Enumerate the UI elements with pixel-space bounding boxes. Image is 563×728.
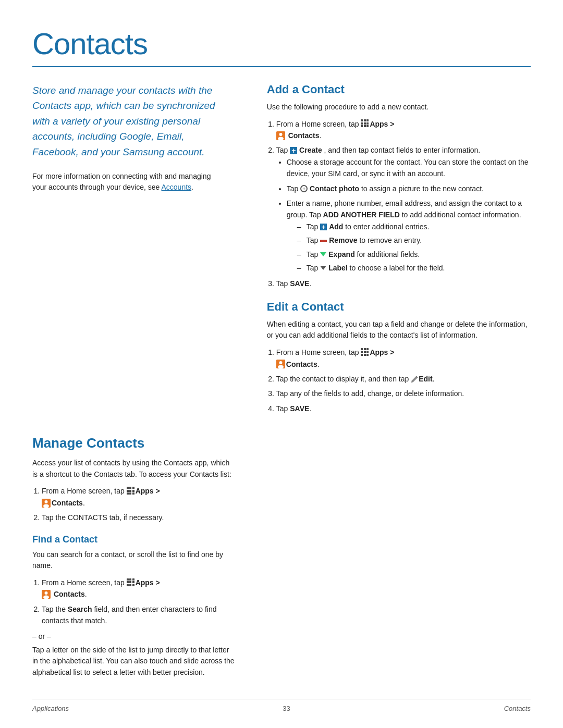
edit-contact-intro: When editing a contact, you can tap a fi… [267,319,531,341]
right-col-top: Add a Contact Use the following procedur… [262,83,531,419]
find-step-1: From a Home screen, tap Apps > [42,577,236,600]
manage-body: Access your list of contacts by using th… [32,458,236,480]
dash-items: Tap + Add to enter additional entries. T… [297,221,531,274]
page-title: Contacts [32,26,531,61]
dash-add: Tap + Add to enter additional entries. [297,221,531,232]
manage-contacts-person-icon [42,499,51,508]
dash-plus-icon: + [320,224,327,230]
dash-label: Tap Label to choose a label for the fiel… [297,262,531,274]
manage-contacts-heading: Manage Contacts [32,435,531,451]
dash-minus-icon [320,240,327,242]
edit-contact-section: Edit a Contact When editing a contact, y… [267,300,531,414]
find-apps-grid-icon [127,578,134,586]
edit-apps-grid-icon [361,348,369,356]
dash-expand: Tap Expand for additional fields. [297,249,531,260]
manage-step-2: Tap the CONTACTS tab, if necessary. [42,512,236,523]
or-line: – or – [32,632,236,640]
edit-step-1: From a Home screen, tap Apps > [276,347,531,370]
edit-step-4: Tap SAVE. [276,403,531,414]
find-contacts-person-icon [42,590,51,599]
edit-pencil-icon [411,375,419,383]
footer: Applications 33 Contacts [32,699,531,712]
intro-note: For more information on connecting with … [32,171,226,193]
add-contact-heading: Add a Contact [267,83,531,96]
bullet-1: Choose a storage account for the contact… [287,156,531,180]
dash-expand-icon [320,252,326,256]
manage-apps-grid-icon [127,487,134,495]
footer-center: 33 [283,705,290,712]
svg-point-4 [279,361,282,364]
add-step-2: Tap + Create , and then tap contact fiel… [276,144,531,274]
add-step-1: From a Home screen, tap Apps > [276,118,531,142]
intro-section: Store and manage your contacts with the … [32,83,531,419]
page: Contacts Store and manage your contacts … [0,0,563,728]
svg-point-7 [45,500,48,503]
add-bullets: Choose a storage account for the contact… [287,156,531,274]
edit-contact-heading: Edit a Contact [267,300,531,314]
apps-grid-icon [361,119,369,127]
circle-plus-icon: + [300,185,308,192]
edit-contact-steps: From a Home screen, tap Apps > [276,347,531,414]
find-steps: From a Home screen, tap Apps > [42,577,236,627]
find-contact-body: You can search for a contact, or scroll … [32,549,236,572]
intro-italic: Store and manage your contacts with the … [32,83,242,193]
title-divider [32,66,531,67]
right-col [252,458,531,684]
svg-point-10 [45,591,48,595]
dash-label-icon [320,266,326,270]
find-contact-heading: Find a Contact [32,534,236,545]
two-col-layout: Access your list of contacts by using th… [32,458,531,684]
edit-step-3: Tap any of the fields to add, change, or… [276,388,531,399]
create-plus-icon: + [290,147,297,154]
dash-remove: Tap Remove to remove an entry. [297,235,531,246]
left-col: Access your list of contacts by using th… [32,458,252,684]
footer-right: Contacts [504,705,531,712]
find-step-2: Tap the Search field, and then enter cha… [42,603,236,627]
accounts-link[interactable]: Accounts [162,183,192,191]
footer-left: Applications [32,705,69,712]
manage-section: Manage Contacts Access your list of cont… [32,435,531,684]
contacts-person-icon [276,131,285,140]
add-contact-intro: Use the following procedure to add a new… [267,102,531,113]
add-contact-steps: From a Home screen, tap Apps > [276,118,531,290]
add-contact-section: Add a Contact Use the following procedur… [267,83,531,290]
manage-steps: From a Home screen, tap Apps > [42,485,236,523]
edit-step-2: Tap the contact to display it, and then … [276,373,531,385]
edit-contacts-person-icon [276,360,285,368]
bullet-3: Enter a name, phone number, email addres… [287,198,531,274]
add-step-3: Tap SAVE. [276,278,531,289]
bullet-2: Tap + Contact photo to assign a picture … [287,183,531,194]
svg-point-1 [279,133,282,136]
find-or-note: Tap a letter on the side of the list to … [32,645,236,678]
manage-step-1: From a Home screen, tap Apps > [42,485,236,509]
